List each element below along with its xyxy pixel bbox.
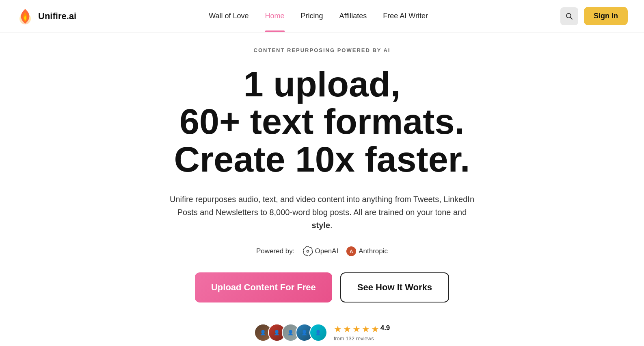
- svg-line-2: [570, 17, 572, 19]
- anthropic-badge: A Anthropic: [346, 246, 388, 256]
- powered-by-section: Powered by: OpenAI A Anthropic: [256, 246, 388, 256]
- hero-heading: 1 upload, 60+ text formats. Create 10x f…: [174, 65, 470, 178]
- description-bold: style: [311, 221, 330, 230]
- header: Unifire.ai Wall of Love Home Pricing Aff…: [0, 0, 644, 33]
- logo[interactable]: Unifire.ai: [16, 7, 76, 25]
- anthropic-label: Anthropic: [359, 247, 388, 255]
- description-main: Unifire repurposes audio, text, and vide…: [170, 195, 474, 217]
- reviews-section: 👤 👤 👤 👤 👤 ★ ★ ★ ★ ★ 4.9 from 132 reviews: [254, 324, 390, 342]
- review-score: ★ ★ ★ ★ ★ 4.9 from 132 reviews: [334, 324, 390, 342]
- search-button[interactable]: [560, 7, 578, 25]
- description-end: .: [330, 221, 333, 230]
- search-icon: [566, 13, 573, 20]
- avatar: 👤: [309, 324, 327, 342]
- star-4: ★: [362, 324, 370, 335]
- cta-buttons: Upload Content For Free See How It Works: [195, 272, 449, 302]
- openai-badge: OpenAI: [303, 246, 339, 256]
- review-count: from 132 reviews: [334, 335, 374, 342]
- main-nav: Wall of Love Home Pricing Affiliates Fre…: [209, 12, 428, 20]
- rating-value: 4.9: [380, 324, 390, 335]
- anthropic-icon: A: [346, 246, 356, 256]
- signin-button[interactable]: Sign In: [584, 7, 628, 25]
- heading-line-2: 60+ text formats.: [179, 101, 465, 141]
- header-actions: Sign In: [560, 7, 628, 25]
- hero-section: CONTENT REPURPOSING POWERED BY AI 1 uplo…: [0, 33, 644, 346]
- star-5: ★: [371, 324, 379, 335]
- star-1: ★: [334, 324, 342, 335]
- nav-ai-writer[interactable]: Free AI Writer: [383, 12, 428, 20]
- how-it-works-button[interactable]: See How It Works: [340, 272, 449, 302]
- nav-home[interactable]: Home: [265, 12, 285, 20]
- upload-button[interactable]: Upload Content For Free: [195, 272, 332, 302]
- openai-label: OpenAI: [315, 247, 339, 255]
- avatar-group: 👤 👤 👤 👤 👤: [254, 324, 327, 342]
- nav-pricing[interactable]: Pricing: [301, 12, 323, 20]
- hero-subtitle: CONTENT REPURPOSING POWERED BY AI: [254, 47, 391, 53]
- svg-point-3: [307, 250, 309, 252]
- logo-icon: [16, 7, 34, 25]
- star-3: ★: [352, 324, 361, 335]
- star-2: ★: [343, 324, 351, 335]
- heading-line-1: 1 upload,: [244, 64, 400, 104]
- nav-affiliates[interactable]: Affiliates: [339, 12, 367, 20]
- nav-wall-of-love[interactable]: Wall of Love: [209, 12, 249, 20]
- powered-label: Powered by:: [256, 247, 295, 255]
- star-rating: ★ ★ ★ ★ ★ 4.9: [334, 324, 390, 335]
- heading-line-3: Create 10x faster.: [174, 139, 470, 179]
- hero-description: Unifire repurposes audio, text, and vide…: [168, 193, 476, 232]
- openai-icon: [303, 246, 313, 256]
- brand-name: Unifire.ai: [38, 11, 76, 22]
